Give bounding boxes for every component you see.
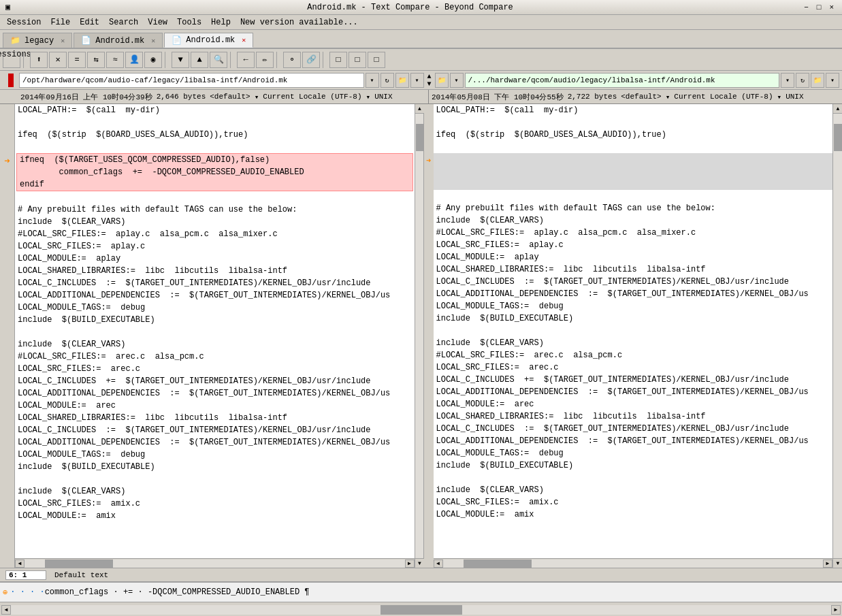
right-h-thumb[interactable] <box>464 560 532 568</box>
left-h-thumb[interactable] <box>45 560 113 568</box>
right-line-27: LOCAL_ADDITIONAL_DEPENDENCIES := $(TARGE… <box>434 435 833 447</box>
right-v-scroll-down[interactable]: ▼ <box>833 558 842 568</box>
left-line-18 <box>15 326 415 338</box>
right-line-2: ifeq ($(strip $(BOARD_USES_ALSA_AUDIO)),… <box>434 129 833 141</box>
left-scroll-right[interactable]: ▶ <box>405 560 415 568</box>
right-encoding-dropdown[interactable]: ▾ <box>666 93 670 101</box>
left-h-scroll[interactable]: ◀ ▶ <box>15 558 415 568</box>
btn-edit[interactable]: ✏ <box>256 52 274 68</box>
v-scroll-thumb[interactable] <box>416 124 424 151</box>
btn-box3[interactable]: □ <box>368 52 385 68</box>
left-line-32: LOCAL_SRC_FILES:= amix.c <box>15 498 415 510</box>
btn-down[interactable]: ▼ <box>172 52 189 68</box>
tab-android-mk-2[interactable]: 📄 Android.mk ✕ <box>164 33 253 48</box>
nav-down-icon[interactable]: ▼ <box>427 80 431 88</box>
left-locale-dropdown[interactable]: ▾ <box>366 93 371 101</box>
left-path-dropdown2[interactable]: ▾ <box>410 73 424 88</box>
left-status-row: 2014年09月16日 上午 10时04分39秒 2,646 bytes <de… <box>0 90 429 103</box>
menu-view[interactable]: View <box>144 16 172 29</box>
btn-sync[interactable]: ⚬ <box>283 52 301 68</box>
btn-approx[interactable]: ≈ <box>106 52 124 68</box>
right-path-dropdown2[interactable]: ▾ <box>781 73 794 88</box>
btn-swap[interactable]: ⇆ <box>87 52 105 68</box>
left-line-20: #LOCAL_SRC_FILES:= arec.c alsa_pcm.c <box>15 351 415 363</box>
right-line-33: LOCAL_MODULE:= amix <box>434 508 833 521</box>
tab-android-mk-1[interactable]: 📄 Android.mk ✕ <box>74 33 163 48</box>
btn-box1[interactable]: □ <box>329 52 347 68</box>
rci-empty-1 <box>424 106 434 118</box>
btn-align-diff[interactable]: ✕ <box>49 52 67 68</box>
btn-dot[interactable]: ◉ <box>144 52 162 68</box>
right-path-dropdown[interactable]: ▾ <box>450 73 464 88</box>
nav-up-icon[interactable]: ▲ <box>427 73 431 80</box>
main-area: ➜ LOCAL_PATH:= $(call my-dir)ifeq ($(str… <box>0 104 842 568</box>
left-line-22: LOCAL_C_INCLUDES += $(TARGET_OUT_INTERME… <box>15 375 415 387</box>
right-v-scroll[interactable]: ▲ ▼ <box>832 104 842 568</box>
menu-edit[interactable]: Edit <box>76 16 103 29</box>
right-v-scroll-track[interactable] <box>833 114 842 558</box>
minimize-button[interactable]: − <box>801 3 811 12</box>
maximize-button[interactable]: □ <box>814 3 824 12</box>
left-h-track[interactable] <box>25 560 405 568</box>
btn-search[interactable]: 🔍 <box>210 52 227 68</box>
left-path-dropdown[interactable]: ▾ <box>366 73 379 88</box>
menu-search[interactable]: Search <box>105 16 142 29</box>
right-path-folder2[interactable]: 📁 <box>811 73 824 88</box>
left-path-folder[interactable]: 📁 <box>395 73 409 88</box>
right-pane-scroll[interactable]: LOCAL_PATH:= $(call my-dir)ifeq ($(strip… <box>434 104 833 558</box>
right-line-5 <box>434 165 833 178</box>
tab-legacy[interactable]: 📁 legacy ✕ <box>3 33 72 48</box>
right-scroll-right[interactable]: ▶ <box>823 560 832 568</box>
menu-session[interactable]: Session <box>3 16 45 29</box>
btn-align-top[interactable]: ⬆ <box>30 52 48 68</box>
v-scroll-up[interactable]: ▲ <box>415 104 425 114</box>
left-path-input[interactable] <box>19 73 364 88</box>
right-path-refresh[interactable]: ↻ <box>796 73 809 88</box>
bottom-scroll-right[interactable]: ▶ <box>831 605 841 615</box>
window-icon: ▣ <box>5 2 19 12</box>
btn-up[interactable]: ▲ <box>191 52 208 68</box>
btn-link[interactable]: 🔗 <box>302 52 320 68</box>
right-line-4 <box>434 153 833 165</box>
v-scroll-track[interactable] <box>415 114 423 558</box>
close-button[interactable]: × <box>826 3 837 12</box>
menu-help[interactable]: Help <box>207 16 235 29</box>
right-locale-dropdown[interactable]: ▾ <box>777 93 782 101</box>
right-path-dropdown3[interactable]: ▾ <box>826 73 839 88</box>
bottom-h-thumb[interactable] <box>380 605 462 615</box>
bottom-scroll-left[interactable]: ◀ <box>1 605 11 615</box>
sessions-button[interactable]: Sessions ▾ <box>3 52 20 68</box>
right-scroll-left[interactable]: ◀ <box>434 560 443 568</box>
left-scroll-left[interactable]: ◀ <box>15 560 25 568</box>
btn-user[interactable]: 👤 <box>125 52 143 68</box>
right-v-scroll-thumb[interactable] <box>834 124 842 151</box>
btn-left-copy[interactable]: ← <box>237 52 255 68</box>
right-line-3 <box>434 141 833 153</box>
menu-file[interactable]: File <box>46 16 74 29</box>
left-encoding-dropdown[interactable]: ▾ <box>255 93 259 101</box>
right-path-input[interactable] <box>465 73 780 88</box>
right-h-track[interactable] <box>443 560 824 568</box>
v-scroll-down[interactable]: ▼ <box>415 558 425 568</box>
left-line-30 <box>15 473 415 485</box>
menu-tools[interactable]: Tools <box>173 16 206 29</box>
right-line-30 <box>434 472 833 484</box>
right-line-23: LOCAL_ADDITIONAL_DEPENDENCIES := $(TARGE… <box>434 386 833 398</box>
right-h-scroll[interactable]: ◀ ▶ <box>434 558 833 568</box>
right-pane-content[interactable]: LOCAL_PATH:= $(call my-dir)ifeq ($(strip… <box>434 104 833 558</box>
right-v-scroll-up[interactable]: ▲ <box>833 104 842 114</box>
btn-box2[interactable]: □ <box>349 52 366 68</box>
toolbar: Sessions ▾ ⬆ ✕ = ⇆ ≈ 👤 ◉ ▼ ▲ 🔍 ← ✏ ⚬ 🔗 □… <box>0 49 842 71</box>
tab-legacy-close[interactable]: ✕ <box>61 37 65 45</box>
btn-align-equal[interactable]: = <box>68 52 86 68</box>
left-path-refresh[interactable]: ↻ <box>380 73 394 88</box>
tab-android-mk-1-close[interactable]: ✕ <box>151 37 155 45</box>
right-path-folder[interactable]: 📁 <box>435 73 449 88</box>
tab-android-mk-2-close[interactable]: ✕ <box>242 36 246 44</box>
window-controls[interactable]: − □ × <box>801 3 837 12</box>
bottom-h-track[interactable] <box>11 605 831 615</box>
toolbar-separator-5 <box>323 52 327 68</box>
left-pane-scroll[interactable]: LOCAL_PATH:= $(call my-dir)ifeq ($(strip… <box>15 104 415 558</box>
left-pane-content[interactable]: LOCAL_PATH:= $(call my-dir)ifeq ($(strip… <box>15 104 415 558</box>
bottom-h-scroll[interactable]: ◀ ▶ <box>0 602 842 616</box>
